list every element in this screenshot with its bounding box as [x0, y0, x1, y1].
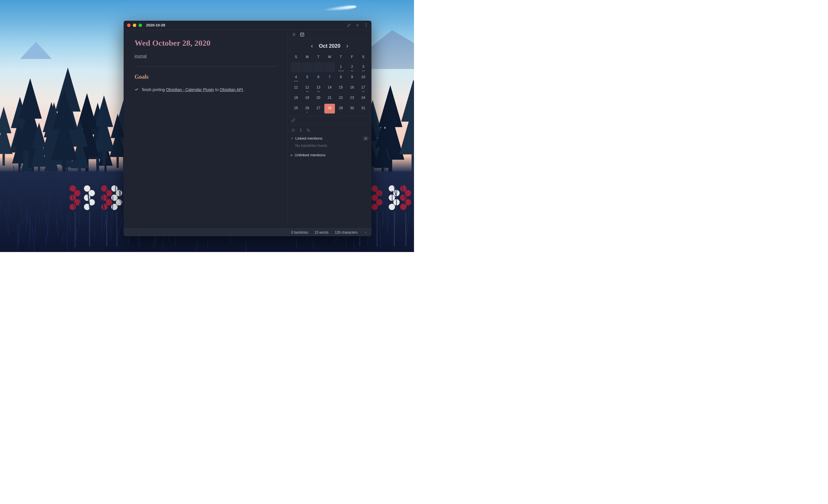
calendar-tab-icon[interactable]: [300, 32, 304, 37]
checkbox-checked-icon[interactable]: [134, 87, 138, 91]
backlinks-tab-strip: [288, 116, 371, 125]
svg-marker-116: [31, 123, 47, 167]
calendar-day-26[interactable]: 26: [302, 104, 313, 113]
svg-rect-15: [3, 154, 5, 166]
calendar-day-12[interactable]: 12: [302, 83, 313, 93]
calendar-empty-cell: [313, 62, 324, 72]
calendar-day-2[interactable]: 2: [347, 62, 357, 72]
prev-month-icon[interactable]: [309, 44, 314, 49]
calendar-day-5[interactable]: 5: [302, 73, 313, 83]
calendar-day-1[interactable]: 1: [335, 62, 346, 72]
calendar-day-13[interactable]: 13: [313, 83, 324, 93]
calendar-dow: F: [347, 53, 357, 62]
outline-tab-icon[interactable]: [291, 32, 296, 37]
link-icon[interactable]: [291, 119, 295, 123]
calendar-day-8[interactable]: 8: [335, 73, 346, 83]
unlinked-mentions-label: Unlinked mentions: [295, 153, 325, 157]
calendar-day-21[interactable]: 21: [324, 93, 335, 103]
svg-rect-126: [300, 33, 304, 36]
calendar-day-18[interactable]: 18: [291, 93, 301, 103]
traffic-lights: [127, 24, 142, 27]
expand-context-icon[interactable]: [299, 128, 303, 132]
status-words: 15 words: [315, 230, 329, 234]
calendar-dow: S: [291, 53, 301, 62]
calendar-day-29[interactable]: 29: [335, 104, 346, 113]
calendar-empty-cell: [324, 62, 335, 72]
calendar-title[interactable]: Oct 2020: [319, 43, 340, 49]
calendar-day-19[interactable]: 19: [302, 93, 313, 103]
more-icon[interactable]: [364, 23, 368, 27]
calendar-day-3[interactable]: 3: [358, 62, 369, 72]
calendar-grid: SMTWTFS123456789101112131415161718192021…: [291, 53, 369, 113]
calendar-widget: Oct 2020 SMTWTFS123456789101112131415161…: [288, 39, 371, 116]
task-text: finish porting Obsidian - Calendar Plugi…: [142, 87, 244, 93]
link-calendar-plugin[interactable]: Obsidian - Calendar Plugin: [166, 87, 214, 92]
calendar-dow: T: [313, 53, 324, 62]
status-backlinks[interactable]: 0 backlinks: [291, 230, 308, 234]
calendar-day-16[interactable]: 16: [347, 83, 357, 93]
calendar-dow: W: [324, 53, 335, 62]
chevron-right-icon[interactable]: [364, 231, 367, 234]
calendar-day-24[interactable]: 24: [358, 93, 369, 103]
calendar-day-4[interactable]: 4: [291, 73, 301, 83]
collapse-list-icon[interactable]: [291, 128, 295, 132]
next-month-icon[interactable]: [345, 44, 349, 49]
note-heading: Wed October 28, 2020: [134, 39, 277, 48]
calendar-day-30[interactable]: 30: [347, 104, 357, 113]
calendar-empty-cell: [302, 62, 313, 72]
link-obsidian-api[interactable]: Obsidian API: [220, 87, 243, 92]
calendar-day-7[interactable]: 7: [324, 73, 335, 83]
close-button[interactable]: [127, 24, 130, 27]
no-backlinks-text: No backlinks found.: [291, 142, 369, 152]
calendar-dow: M: [302, 53, 313, 62]
sidebar-tab-strip: [288, 30, 371, 39]
linked-mentions-section[interactable]: ▼ Linked mentions 0: [291, 135, 369, 142]
svg-rect-87: [412, 154, 414, 173]
calendar-day-31[interactable]: 31: [358, 104, 369, 113]
calendar-empty-cell: [291, 62, 301, 72]
calendar-day-15[interactable]: 15: [335, 83, 346, 93]
titlebar[interactable]: 2020-10-28: [124, 21, 371, 30]
unlinked-mentions-section[interactable]: ▶ Unlinked mentions: [291, 152, 369, 158]
calendar-day-14[interactable]: 14: [324, 83, 335, 93]
calendar-day-17[interactable]: 17: [358, 83, 369, 93]
calendar-day-6[interactable]: 6: [313, 73, 324, 83]
calendar-day-27[interactable]: 27: [313, 104, 324, 113]
divider: [134, 66, 277, 67]
calendar-day-22[interactable]: 22: [335, 93, 346, 103]
calendar-day-9[interactable]: 9: [347, 73, 357, 83]
calendar-day-23[interactable]: 23: [347, 93, 357, 103]
svg-rect-75: [117, 157, 119, 168]
minimize-button[interactable]: [133, 24, 136, 27]
calendar-day-28[interactable]: 28: [324, 104, 335, 113]
goals-heading: Goals: [134, 74, 277, 80]
calendar-dow: T: [335, 53, 346, 62]
backlinks-pane: ▼ Linked mentions 0 No backlinks found. …: [288, 125, 371, 161]
svg-marker-86: [399, 80, 414, 154]
app-window: 2020-10-28 Wed October 28, 2020 journal …: [124, 21, 371, 236]
status-chars: 126 characters: [335, 230, 358, 234]
journal-tag[interactable]: journal: [134, 54, 147, 58]
editor-pane[interactable]: Wed October 28, 2020 journal Goals finis…: [124, 30, 288, 228]
calendar-day-25[interactable]: 25: [291, 104, 301, 113]
linked-mentions-count: 0: [363, 136, 369, 140]
right-sidebar: Oct 2020 SMTWTFS123456789101112131415161…: [288, 30, 371, 228]
window-title: 2020-10-28: [146, 23, 165, 27]
svg-marker-112: [51, 89, 78, 161]
calendar-day-11[interactable]: 11: [291, 83, 301, 93]
caret-right-icon: ▶: [291, 153, 293, 156]
task-item[interactable]: finish porting Obsidian - Calendar Plugi…: [134, 87, 277, 93]
calendar-day-10[interactable]: 10: [358, 73, 369, 83]
linked-mentions-label: Linked mentions: [295, 136, 323, 140]
edit-icon[interactable]: [347, 23, 351, 27]
sort-icon[interactable]: [306, 128, 310, 132]
mountain-triangle: [20, 42, 52, 59]
calendar-dow: S: [358, 53, 369, 62]
calendar-day-20[interactable]: 20: [313, 93, 324, 103]
svg-rect-19: [102, 151, 106, 166]
close-pane-icon[interactable]: [355, 23, 359, 27]
caret-down-icon: ▼: [291, 137, 294, 140]
status-bar: 0 backlinks 15 words 126 characters: [124, 228, 371, 236]
maximize-button[interactable]: [138, 24, 142, 27]
